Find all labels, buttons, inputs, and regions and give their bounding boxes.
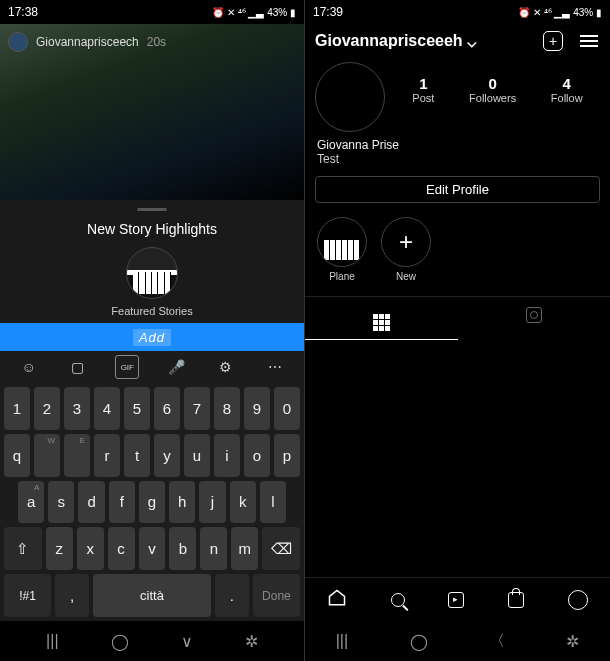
key-r[interactable]: r	[94, 434, 120, 477]
emoji-icon[interactable]: ☺	[17, 355, 41, 379]
key-i[interactable]: i	[214, 434, 240, 477]
key-p[interactable]: p	[274, 434, 300, 477]
bio-text: Test	[305, 152, 610, 166]
status-bar: 17:39 ⏰ ✕ ⁴⁶ ▁▃ 43% ▮	[305, 0, 610, 24]
edit-profile-button[interactable]: Edit Profile	[315, 176, 600, 203]
highlight-cover[interactable]	[126, 247, 178, 299]
profile-icon	[568, 590, 588, 610]
home-button[interactable]: ◯	[111, 632, 129, 651]
android-nav-bar: ||| ◯ ∨ ✲	[0, 621, 304, 661]
key-k[interactable]: k	[230, 481, 256, 524]
recents-button[interactable]: |||	[336, 632, 348, 650]
key-g[interactable]: g	[139, 481, 165, 524]
key-m[interactable]: m	[231, 527, 258, 570]
sheet-grabber[interactable]	[137, 208, 167, 211]
highlight-new[interactable]: + New	[381, 217, 431, 282]
key-z[interactable]: z	[46, 527, 73, 570]
key-0[interactable]: 0	[274, 387, 300, 430]
add-button[interactable]: Add	[0, 323, 304, 351]
key-8[interactable]: 8	[214, 387, 240, 430]
key-f[interactable]: f	[109, 481, 135, 524]
profile-tabs	[305, 296, 610, 340]
grid-icon	[373, 314, 390, 331]
key-shift[interactable]: ⇧	[4, 527, 42, 570]
key-o[interactable]: o	[244, 434, 270, 477]
key-n[interactable]: n	[200, 527, 227, 570]
bottom-tab-bar	[305, 577, 610, 621]
key-s[interactable]: s	[48, 481, 74, 524]
reels-icon	[448, 592, 464, 608]
profile-tab[interactable]	[568, 590, 588, 610]
settings-icon[interactable]: ⚙	[214, 355, 238, 379]
sticker-icon[interactable]: ▢	[66, 355, 90, 379]
key-h[interactable]: h	[169, 481, 195, 524]
home-tab[interactable]	[327, 588, 347, 612]
key-y[interactable]: y	[154, 434, 180, 477]
gif-icon[interactable]: GIF	[115, 355, 139, 379]
accessibility-button[interactable]: ✲	[245, 632, 258, 651]
status-bar: 17:38 ⏰ ✕ ⁴⁶ ▁▃ 43% ▮	[0, 0, 304, 24]
create-button[interactable]: +	[542, 30, 564, 52]
key-period[interactable]: .	[215, 574, 249, 617]
grid-tab[interactable]	[305, 297, 458, 340]
clock: 17:39	[313, 5, 343, 19]
key-e[interactable]: E	[64, 434, 90, 477]
key-done[interactable]: Done	[253, 574, 300, 617]
key-d[interactable]: d	[78, 481, 104, 524]
profile-header: Giovannaprisceeeh ⌵ +	[305, 24, 610, 58]
profile-picture[interactable]	[315, 62, 385, 132]
shop-tab[interactable]	[508, 592, 524, 608]
add-button-label: Add	[133, 329, 171, 346]
mic-icon[interactable]: 🎤	[165, 355, 189, 379]
key-a[interactable]: aA	[18, 481, 44, 524]
key-5[interactable]: 5	[124, 387, 150, 430]
key-4[interactable]: 4	[94, 387, 120, 430]
key-1[interactable]: 1	[4, 387, 30, 430]
back-button[interactable]: 〈	[489, 631, 505, 652]
username-dropdown[interactable]: Giovannaprisceeeh ⌵	[315, 32, 477, 51]
highlight-name-input[interactable]: Featured Stories	[0, 305, 304, 317]
story-highlight-creation-screen: 17:38 ⏰ ✕ ⁴⁶ ▁▃ 43% ▮ Giovannaprisceech …	[0, 0, 305, 661]
home-button[interactable]: ◯	[410, 632, 428, 651]
key-backspace[interactable]: ⌫	[262, 527, 300, 570]
key-space[interactable]: città	[93, 574, 211, 617]
key-t[interactable]: t	[124, 434, 150, 477]
stat-followers[interactable]: 0 Followers	[469, 75, 516, 104]
search-tab[interactable]	[391, 593, 405, 607]
story-preview[interactable]: Giovannaprisceech 20s	[0, 24, 304, 200]
sheet-title: New Story Highlights	[0, 221, 304, 237]
reels-tab[interactable]	[448, 592, 464, 608]
stat-following[interactable]: 4 Follow	[551, 75, 583, 104]
key-v[interactable]: v	[139, 527, 166, 570]
highlight-sheet: New Story Highlights Featured Stories	[0, 200, 304, 323]
key-comma[interactable]: ,	[55, 574, 89, 617]
key-6[interactable]: 6	[154, 387, 180, 430]
recents-button[interactable]: |||	[46, 632, 58, 650]
key-c[interactable]: c	[108, 527, 135, 570]
story-avatar[interactable]	[8, 32, 28, 52]
back-button[interactable]: ∨	[181, 632, 193, 651]
tagged-tab[interactable]	[458, 297, 611, 340]
key-w[interactable]: W	[34, 434, 60, 477]
key-symbols[interactable]: !#1	[4, 574, 51, 617]
highlight-item[interactable]: Plane	[317, 217, 367, 282]
key-b[interactable]: b	[169, 527, 196, 570]
accessibility-button[interactable]: ✲	[566, 632, 579, 651]
bio-name: Giovanna Prise	[305, 138, 610, 152]
key-j[interactable]: j	[199, 481, 225, 524]
key-q[interactable]: q	[4, 434, 30, 477]
kb-row-1: 1 2 3 4 5 6 7 8 9 0	[4, 387, 300, 430]
status-icons: ⏰ ✕ ⁴⁶ ▁▃ 43% ▮	[212, 7, 296, 18]
key-7[interactable]: 7	[184, 387, 210, 430]
more-icon[interactable]: ⋯	[263, 355, 287, 379]
key-x[interactable]: x	[77, 527, 104, 570]
key-u[interactable]: u	[184, 434, 210, 477]
menu-button[interactable]	[578, 30, 600, 52]
key-2[interactable]: 2	[34, 387, 60, 430]
stat-posts[interactable]: 1 Post	[412, 75, 434, 104]
profile-screen: 17:39 ⏰ ✕ ⁴⁶ ▁▃ 43% ▮ Giovannaprisceeeh …	[305, 0, 610, 661]
key-3[interactable]: 3	[64, 387, 90, 430]
key-9[interactable]: 9	[244, 387, 270, 430]
key-l[interactable]: l	[260, 481, 286, 524]
story-header: Giovannaprisceech 20s	[8, 32, 166, 52]
